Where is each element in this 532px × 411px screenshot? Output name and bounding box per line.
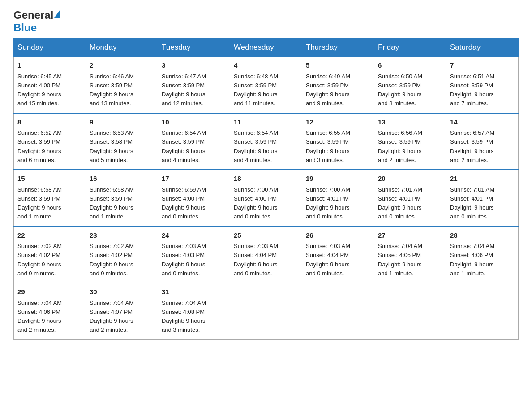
calendar-cell: 31Sunrise: 7:04 AMSunset: 4:08 PMDayligh… xyxy=(158,283,230,339)
calendar-cell: 4Sunrise: 6:48 AMSunset: 3:59 PMDaylight… xyxy=(230,57,302,113)
day-info: Sunrise: 6:54 AMSunset: 3:59 PMDaylight:… xyxy=(162,129,206,163)
day-info: Sunrise: 6:56 AMSunset: 3:59 PMDaylight:… xyxy=(378,129,422,163)
calendar-week-row: 29Sunrise: 7:04 AMSunset: 4:06 PMDayligh… xyxy=(14,283,519,339)
calendar-cell: 8Sunrise: 6:52 AMSunset: 3:59 PMDaylight… xyxy=(14,113,86,170)
day-info: Sunrise: 7:00 AMSunset: 4:01 PMDaylight:… xyxy=(306,186,350,220)
day-info: Sunrise: 7:04 AMSunset: 4:08 PMDaylight:… xyxy=(162,300,206,334)
day-info: Sunrise: 6:58 AMSunset: 3:59 PMDaylight:… xyxy=(90,186,134,220)
calendar-cell: 28Sunrise: 7:04 AMSunset: 4:06 PMDayligh… xyxy=(446,227,519,283)
day-info: Sunrise: 6:48 AMSunset: 3:59 PMDaylight:… xyxy=(234,73,278,107)
day-number: 19 xyxy=(306,174,370,184)
day-info: Sunrise: 6:57 AMSunset: 3:59 PMDaylight:… xyxy=(450,129,494,163)
day-number: 1 xyxy=(17,60,82,71)
calendar-cell: 9Sunrise: 6:53 AMSunset: 3:58 PMDaylight… xyxy=(86,113,158,170)
calendar-cell: 20Sunrise: 7:01 AMSunset: 4:01 PMDayligh… xyxy=(374,170,446,227)
day-number: 8 xyxy=(17,117,82,128)
day-number: 7 xyxy=(450,60,515,71)
calendar-cell: 23Sunrise: 7:02 AMSunset: 4:02 PMDayligh… xyxy=(86,227,158,283)
day-info: Sunrise: 6:47 AMSunset: 3:59 PMDaylight:… xyxy=(162,73,206,107)
calendar-cell: 6Sunrise: 6:50 AMSunset: 3:59 PMDaylight… xyxy=(374,57,446,113)
day-number: 10 xyxy=(162,117,226,128)
calendar-cell: 2Sunrise: 6:46 AMSunset: 3:59 PMDaylight… xyxy=(86,57,158,113)
day-number: 13 xyxy=(378,117,442,128)
day-number: 21 xyxy=(450,174,515,184)
day-info: Sunrise: 6:58 AMSunset: 3:59 PMDaylight:… xyxy=(17,186,62,220)
day-number: 3 xyxy=(162,60,226,71)
day-number: 17 xyxy=(162,174,226,184)
page-header: General Blue xyxy=(13,9,519,34)
calendar-cell: 26Sunrise: 7:03 AMSunset: 4:04 PMDayligh… xyxy=(302,227,374,283)
weekday-header-wednesday: Wednesday xyxy=(230,39,302,57)
calendar-cell: 14Sunrise: 6:57 AMSunset: 3:59 PMDayligh… xyxy=(446,113,519,170)
day-number: 31 xyxy=(162,287,226,297)
calendar-cell: 1Sunrise: 6:45 AMSunset: 4:00 PMDaylight… xyxy=(14,57,86,113)
day-number: 23 xyxy=(90,231,154,241)
weekday-header-tuesday: Tuesday xyxy=(158,39,230,57)
day-info: Sunrise: 6:45 AMSunset: 4:00 PMDaylight:… xyxy=(17,73,62,107)
calendar-week-row: 8Sunrise: 6:52 AMSunset: 3:59 PMDaylight… xyxy=(14,113,519,170)
calendar-cell xyxy=(446,283,519,339)
logo-triangle-icon xyxy=(54,10,60,18)
calendar-table: SundayMondayTuesdayWednesdayThursdayFrid… xyxy=(13,38,519,340)
calendar-cell: 13Sunrise: 6:56 AMSunset: 3:59 PMDayligh… xyxy=(374,113,446,170)
day-info: Sunrise: 7:03 AMSunset: 4:04 PMDaylight:… xyxy=(306,243,350,277)
calendar-cell: 21Sunrise: 7:01 AMSunset: 4:01 PMDayligh… xyxy=(446,170,519,227)
day-info: Sunrise: 7:04 AMSunset: 4:06 PMDaylight:… xyxy=(450,243,494,277)
calendar-cell: 19Sunrise: 7:00 AMSunset: 4:01 PMDayligh… xyxy=(302,170,374,227)
calendar-cell: 18Sunrise: 7:00 AMSunset: 4:00 PMDayligh… xyxy=(230,170,302,227)
calendar-cell xyxy=(302,283,374,339)
day-number: 26 xyxy=(306,231,370,241)
calendar-cell: 17Sunrise: 6:59 AMSunset: 4:00 PMDayligh… xyxy=(158,170,230,227)
day-info: Sunrise: 7:04 AMSunset: 4:06 PMDaylight:… xyxy=(17,300,62,334)
weekday-header-monday: Monday xyxy=(86,39,158,57)
day-number: 12 xyxy=(306,117,370,128)
day-number: 27 xyxy=(378,231,442,241)
day-number: 16 xyxy=(90,174,154,184)
day-number: 14 xyxy=(450,117,515,128)
day-info: Sunrise: 6:51 AMSunset: 3:59 PMDaylight:… xyxy=(450,73,494,107)
day-info: Sunrise: 7:01 AMSunset: 4:01 PMDaylight:… xyxy=(450,186,494,220)
day-number: 29 xyxy=(17,287,82,297)
day-info: Sunrise: 7:02 AMSunset: 4:02 PMDaylight:… xyxy=(17,243,62,277)
calendar-cell: 29Sunrise: 7:04 AMSunset: 4:06 PMDayligh… xyxy=(14,283,86,339)
day-info: Sunrise: 6:54 AMSunset: 3:59 PMDaylight:… xyxy=(234,129,278,163)
day-info: Sunrise: 6:59 AMSunset: 4:00 PMDaylight:… xyxy=(162,186,206,220)
calendar-cell: 22Sunrise: 7:02 AMSunset: 4:02 PMDayligh… xyxy=(14,227,86,283)
day-number: 25 xyxy=(234,231,298,241)
day-info: Sunrise: 6:49 AMSunset: 3:59 PMDaylight:… xyxy=(306,73,350,107)
day-info: Sunrise: 7:04 AMSunset: 4:05 PMDaylight:… xyxy=(378,243,422,277)
logo: General Blue xyxy=(13,9,60,34)
calendar-cell: 11Sunrise: 6:54 AMSunset: 3:59 PMDayligh… xyxy=(230,113,302,170)
day-number: 6 xyxy=(378,60,442,71)
weekday-header-sunday: Sunday xyxy=(14,39,86,57)
day-number: 2 xyxy=(90,60,154,71)
day-info: Sunrise: 7:03 AMSunset: 4:04 PMDaylight:… xyxy=(234,243,278,277)
calendar-cell: 16Sunrise: 6:58 AMSunset: 3:59 PMDayligh… xyxy=(86,170,158,227)
calendar-cell: 15Sunrise: 6:58 AMSunset: 3:59 PMDayligh… xyxy=(14,170,86,227)
day-number: 28 xyxy=(450,231,515,241)
day-info: Sunrise: 7:02 AMSunset: 4:02 PMDaylight:… xyxy=(90,243,134,277)
calendar-cell: 27Sunrise: 7:04 AMSunset: 4:05 PMDayligh… xyxy=(374,227,446,283)
day-info: Sunrise: 7:00 AMSunset: 4:00 PMDaylight:… xyxy=(234,186,278,220)
day-info: Sunrise: 7:04 AMSunset: 4:07 PMDaylight:… xyxy=(90,300,134,334)
day-info: Sunrise: 6:52 AMSunset: 3:59 PMDaylight:… xyxy=(17,129,62,163)
day-info: Sunrise: 6:53 AMSunset: 3:58 PMDaylight:… xyxy=(90,129,134,163)
calendar-cell: 10Sunrise: 6:54 AMSunset: 3:59 PMDayligh… xyxy=(158,113,230,170)
weekday-header-friday: Friday xyxy=(374,39,446,57)
day-info: Sunrise: 6:50 AMSunset: 3:59 PMDaylight:… xyxy=(378,73,422,107)
day-number: 15 xyxy=(17,174,82,184)
day-number: 5 xyxy=(306,60,370,71)
calendar-week-row: 1Sunrise: 6:45 AMSunset: 4:00 PMDaylight… xyxy=(14,57,519,113)
calendar-week-row: 15Sunrise: 6:58 AMSunset: 3:59 PMDayligh… xyxy=(14,170,519,227)
day-number: 9 xyxy=(90,117,154,128)
logo-text: General Blue xyxy=(13,9,60,34)
day-number: 24 xyxy=(162,231,226,241)
day-info: Sunrise: 7:03 AMSunset: 4:03 PMDaylight:… xyxy=(162,243,206,277)
calendar-cell xyxy=(374,283,446,339)
day-number: 11 xyxy=(234,117,298,128)
calendar-week-row: 22Sunrise: 7:02 AMSunset: 4:02 PMDayligh… xyxy=(14,227,519,283)
weekday-header-saturday: Saturday xyxy=(446,39,519,57)
calendar-cell: 12Sunrise: 6:55 AMSunset: 3:59 PMDayligh… xyxy=(302,113,374,170)
day-number: 22 xyxy=(17,231,82,241)
calendar-cell xyxy=(230,283,302,339)
